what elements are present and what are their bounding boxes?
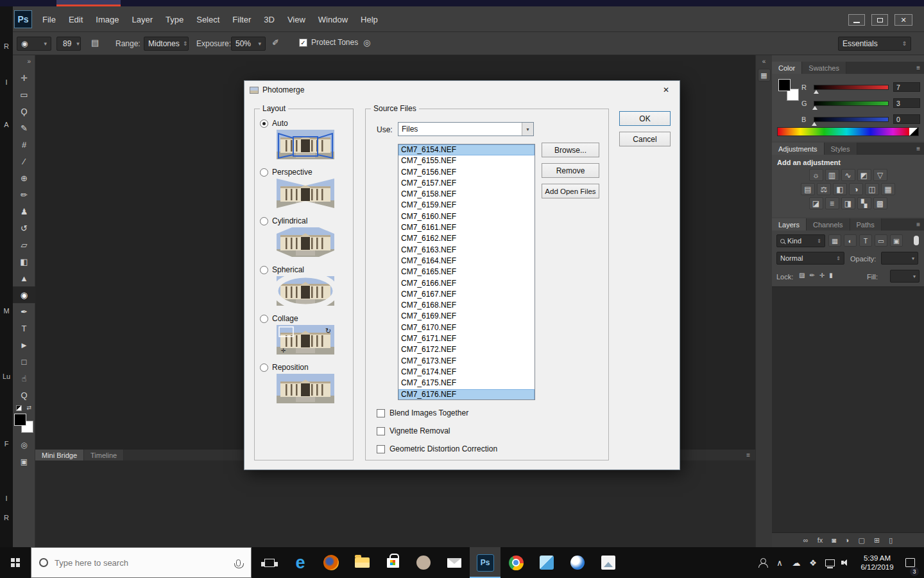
selective-color-icon[interactable]: ▚ xyxy=(857,197,871,209)
taskbar-photos-icon[interactable] xyxy=(593,547,624,578)
path-selection-tool[interactable]: ► xyxy=(13,337,35,353)
color-value-g[interactable]: 3 xyxy=(893,98,920,108)
adjustments-panel-tab-styles[interactable]: Styles xyxy=(825,143,857,155)
layers-panel-tab-paths[interactable]: Paths xyxy=(850,218,882,231)
file-item[interactable]: CM7_6176.NEF xyxy=(398,389,535,400)
file-item[interactable]: CM7_6156.NEF xyxy=(398,167,535,178)
taskbar-search[interactable] xyxy=(31,547,252,578)
threshold-icon[interactable]: ◨ xyxy=(841,197,855,209)
checkbox-blend-images-together[interactable]: Blend Images Together xyxy=(377,408,497,418)
filter-pixel-layers-icon[interactable]: ▦ xyxy=(828,234,841,247)
file-item[interactable]: CM7_6172.NEF xyxy=(398,344,535,355)
layout-option-spherical[interactable]: Spherical xyxy=(260,265,350,275)
layout-option-collage[interactable]: Collage xyxy=(260,313,350,324)
layers-panel-tab-layers[interactable]: Layers xyxy=(772,218,807,231)
color-spectrum-bar[interactable] xyxy=(777,127,919,136)
panel-menu-icon[interactable]: ≡ xyxy=(912,62,924,74)
clone-stamp-tool[interactable]: ♟ xyxy=(13,203,35,220)
file-item[interactable]: CM7_6154.NEF xyxy=(398,144,535,155)
brush-tool[interactable]: ✏ xyxy=(13,186,35,203)
source-file-list[interactable]: CM7_6154.NEFCM7_6155.NEFCM7_6156.NEFCM7_… xyxy=(398,144,535,400)
link-layers-icon[interactable]: ∞ xyxy=(803,536,809,544)
file-item[interactable]: CM7_6159.NEF xyxy=(398,200,535,211)
clock[interactable]: 5:39 AM 6/12/2019 xyxy=(855,554,900,572)
hue-saturation-icon[interactable]: ▤ xyxy=(801,183,815,195)
dropbox-icon[interactable]: ❖ xyxy=(805,547,821,578)
collapse-toolbar-icon[interactable]: » xyxy=(13,55,35,69)
file-item[interactable]: CM7_6155.NEF xyxy=(398,155,535,166)
network-icon[interactable] xyxy=(821,547,838,578)
radio-auto[interactable] xyxy=(260,119,268,128)
new-layer-icon[interactable]: ⊞ xyxy=(874,536,880,545)
quick-mask-icon[interactable]: ◎ xyxy=(13,437,35,453)
layer-effects-icon[interactable]: fx xyxy=(817,536,823,544)
add-layer-mask-icon[interactable]: ◙ xyxy=(832,536,836,544)
file-item[interactable]: CM7_6167.NEF xyxy=(398,289,535,300)
menu-file[interactable]: File xyxy=(36,6,62,32)
use-dropdown[interactable]: Files ▾ xyxy=(398,122,534,136)
zoom-tool[interactable]: Q xyxy=(13,387,35,403)
menu-select[interactable]: Select xyxy=(190,6,226,32)
menu-layer[interactable]: Layer xyxy=(126,6,160,32)
add-open-files-button[interactable]: Add Open Files xyxy=(542,184,599,198)
blend-mode-dropdown[interactable]: Normal ⇕ xyxy=(776,252,844,265)
vibrance-icon[interactable]: ▽ xyxy=(873,169,887,181)
people-icon[interactable] xyxy=(755,547,771,578)
radio-reposition[interactable] xyxy=(260,363,268,372)
taskbar-app-gray-icon[interactable] xyxy=(408,547,439,578)
posterize-icon[interactable]: ≡ xyxy=(825,197,839,209)
file-item[interactable]: CM7_6160.NEF xyxy=(398,211,535,222)
panel-menu-icon[interactable]: ≡ xyxy=(741,450,755,460)
color-value-b[interactable]: 0 xyxy=(893,114,920,124)
history-brush-tool[interactable]: ↺ xyxy=(13,220,35,236)
eyedropper-tool[interactable]: ∕ xyxy=(13,153,35,170)
type-tool[interactable]: T xyxy=(13,320,35,337)
dialog-close-button[interactable]: ✕ xyxy=(656,83,676,96)
hand-tool[interactable]: ☝ xyxy=(13,370,35,387)
curves-icon[interactable]: ∿ xyxy=(841,169,855,181)
file-item[interactable]: CM7_6166.NEF xyxy=(398,278,535,289)
minimize-button[interactable] xyxy=(848,14,865,26)
layers-panel-tab-channels[interactable]: Channels xyxy=(807,218,850,231)
brightness-contrast-icon[interactable]: ☼ xyxy=(809,169,823,181)
dodge-tool[interactable]: ◉ xyxy=(13,286,35,303)
menu-image[interactable]: Image xyxy=(89,6,125,32)
adjustments-panel-tab-adjustments[interactable]: Adjustments xyxy=(772,143,825,155)
taskbar-chrome-icon[interactable] xyxy=(501,547,531,578)
color-slider-b[interactable] xyxy=(814,117,889,122)
color-slider-r[interactable] xyxy=(814,85,889,90)
workspace-dropdown[interactable]: Essentials ⇕ xyxy=(838,37,911,51)
file-item[interactable]: CM7_6161.NEF xyxy=(398,222,535,233)
file-item[interactable]: CM7_6168.NEF xyxy=(398,300,535,311)
exposure-icon[interactable]: ◩ xyxy=(857,169,871,181)
filter-adjustment-layers-icon[interactable]: ◐ xyxy=(844,234,857,247)
blur-tool[interactable]: ▲ xyxy=(13,270,35,286)
gradient-map-icon[interactable]: ▩ xyxy=(873,197,887,209)
browse-button[interactable]: Browse... xyxy=(542,143,599,157)
file-item[interactable]: CM7_6170.NEF xyxy=(398,322,535,333)
dialog-titlebar[interactable]: Photomerge xyxy=(244,81,680,99)
checkbox-vignette-removal[interactable]: Vignette Removal xyxy=(377,426,497,436)
collapse-dock-icon[interactable]: « xyxy=(756,55,772,65)
file-item[interactable]: CM7_6175.NEF xyxy=(398,378,535,389)
color-swatches[interactable] xyxy=(14,414,33,433)
new-adjustment-layer-icon[interactable]: ◑ xyxy=(845,536,850,544)
color-panel-tab-color[interactable]: Color xyxy=(772,62,802,74)
screen-mode-icon[interactable]: ▣ xyxy=(13,453,35,470)
color-slider-g[interactable] xyxy=(814,101,889,106)
lock-image-pixels-icon[interactable]: ✏ xyxy=(809,272,814,279)
crop-tool[interactable]: # xyxy=(13,136,35,153)
taskbar-file-explorer-icon[interactable] xyxy=(346,547,377,578)
search-input[interactable] xyxy=(55,558,230,568)
exposure-dropdown[interactable]: 50% ▾ xyxy=(231,37,266,51)
layout-option-cylindrical[interactable]: Cylindrical xyxy=(260,216,350,226)
lock-all-icon[interactable]: ▮ xyxy=(829,272,833,279)
foreground-color-swatch[interactable] xyxy=(778,79,791,91)
eraser-tool[interactable]: ▱ xyxy=(13,236,35,253)
protect-tones-checkbox[interactable]: ✓ Protect Tones xyxy=(299,38,358,47)
new-group-icon[interactable]: ▢ xyxy=(859,536,865,545)
taskbar-mail-icon[interactable] xyxy=(439,547,470,578)
levels-icon[interactable]: ▥ xyxy=(825,169,839,181)
tablet-pressure-icon[interactable]: ◎ xyxy=(363,38,370,48)
layer-filtering-toggle[interactable] xyxy=(914,236,919,245)
